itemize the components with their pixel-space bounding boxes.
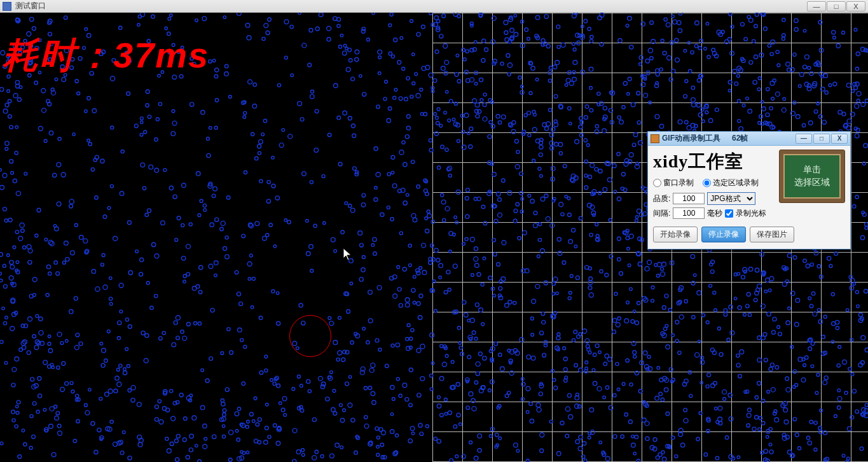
svg-point-1327 (354, 332, 357, 335)
save-image-button[interactable]: 保存图片 (750, 227, 794, 242)
svg-point-1197 (53, 173, 57, 177)
svg-point-229 (27, 244, 31, 249)
svg-point-877 (198, 322, 201, 325)
svg-point-887 (409, 403, 413, 407)
svg-point-803 (376, 105, 380, 109)
svg-point-749 (297, 375, 300, 378)
radio-window-record[interactable]: 窗口录制 (653, 178, 694, 188)
svg-point-1582 (57, 162, 61, 167)
svg-point-983 (48, 349, 52, 353)
svg-point-1432 (43, 409, 46, 412)
gif-recorder-window[interactable]: GIF动画录制工具 62帧 — □ X xidy工作室 窗口录制 (647, 131, 851, 249)
svg-point-1487 (388, 107, 392, 111)
svg-point-1699 (36, 314, 39, 318)
svg-point-120 (227, 328, 230, 331)
svg-point-2066 (57, 366, 60, 369)
recorder-minimize-button[interactable]: — (796, 134, 812, 144)
svg-point-2043 (183, 438, 186, 442)
svg-point-1189 (385, 80, 388, 83)
record-cursor-checkbox[interactable] (725, 209, 733, 218)
svg-point-350 (337, 24, 340, 27)
svg-point-592 (403, 267, 406, 271)
svg-point-1186 (20, 223, 24, 227)
radio-region-record-input[interactable] (703, 179, 711, 187)
svg-point-1027 (308, 63, 312, 67)
svg-point-2081 (18, 455, 22, 459)
svg-point-1929 (196, 172, 200, 176)
svg-point-1410 (38, 394, 42, 398)
radio-region-record[interactable]: 选定区域录制 (703, 178, 759, 188)
svg-point-835 (163, 169, 167, 172)
svg-point-1958 (127, 221, 131, 225)
svg-point-451 (309, 29, 313, 32)
svg-point-1544 (254, 439, 258, 443)
svg-point-1435 (267, 180, 270, 183)
svg-point-1029 (361, 268, 365, 272)
svg-point-1511 (249, 254, 252, 257)
svg-point-145 (10, 326, 15, 331)
svg-point-1369 (186, 272, 190, 276)
minimize-button[interactable]: — (807, 1, 826, 11)
recorder-maximize-button[interactable]: □ (813, 134, 830, 144)
svg-point-71 (300, 384, 303, 388)
svg-point-74 (235, 412, 239, 416)
svg-point-121 (247, 36, 251, 40)
svg-point-351 (417, 302, 420, 305)
recorder-close-button[interactable]: X (831, 134, 848, 144)
select-region-button[interactable]: 单击 选择区域 (779, 150, 845, 203)
svg-point-597 (97, 428, 101, 432)
svg-point-1721 (23, 246, 26, 249)
svg-point-316 (329, 321, 334, 326)
svg-point-1361 (32, 277, 37, 282)
svg-point-1909 (104, 359, 107, 362)
svg-point-991 (223, 247, 227, 251)
svg-point-1814 (37, 208, 41, 212)
maximize-button[interactable]: □ (827, 1, 846, 11)
svg-point-721 (14, 311, 17, 314)
svg-point-1287 (401, 188, 405, 193)
svg-point-886 (369, 441, 373, 445)
svg-point-227 (51, 88, 54, 91)
svg-point-90 (427, 214, 432, 218)
svg-point-1901 (224, 72, 229, 76)
svg-point-1793 (284, 20, 289, 24)
svg-point-175 (225, 236, 228, 239)
svg-point-34 (2, 307, 4, 309)
svg-point-423 (340, 403, 343, 407)
svg-point-2001 (95, 155, 99, 159)
svg-point-1648 (113, 442, 118, 447)
svg-point-819 (251, 306, 254, 309)
svg-point-1834 (402, 141, 405, 144)
main-window-titlebar[interactable]: 测试窗口 — □ X (0, 0, 868, 13)
recorder-titlebar[interactable]: GIF动画录制工具 62帧 — □ X (648, 132, 850, 146)
quality-input[interactable] (673, 193, 705, 204)
svg-point-417 (366, 38, 369, 41)
format-select[interactable]: JPG格式 (707, 192, 755, 205)
svg-point-906 (65, 382, 69, 386)
svg-point-1563 (410, 337, 413, 340)
svg-point-1645 (223, 435, 226, 438)
radio-window-record-input[interactable] (653, 179, 661, 187)
start-record-button[interactable]: 开始录像 (653, 227, 698, 242)
svg-point-678 (76, 333, 79, 337)
elapsed-time-overlay: 耗时：37ms (3, 32, 209, 80)
svg-point-1324 (348, 59, 352, 62)
svg-point-1385 (24, 443, 27, 446)
svg-point-448 (183, 274, 186, 277)
svg-point-2113 (362, 27, 365, 31)
svg-point-1857 (99, 397, 102, 400)
svg-point-539 (341, 358, 345, 361)
svg-point-2060 (11, 383, 15, 387)
svg-point-1058 (229, 95, 232, 99)
svg-point-1704 (207, 137, 210, 141)
svg-point-205 (85, 410, 90, 415)
svg-point-1240 (242, 234, 245, 238)
stop-record-button[interactable]: 停止录像 (701, 227, 746, 242)
svg-point-838 (235, 270, 238, 274)
svg-point-661 (214, 261, 219, 265)
svg-point-1026 (368, 386, 372, 390)
close-button[interactable]: X (846, 1, 865, 11)
svg-point-338 (249, 223, 254, 228)
interval-input[interactable] (673, 207, 705, 219)
svg-point-1089 (163, 389, 167, 393)
